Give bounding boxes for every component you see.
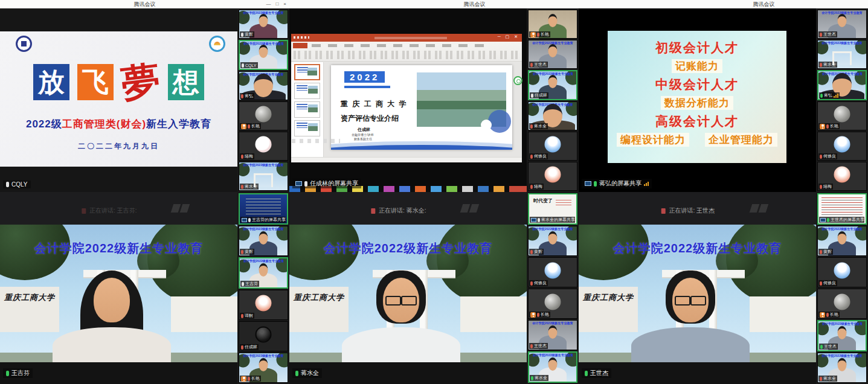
participant-thumbnail[interactable]: 陆梅 — [528, 162, 577, 191]
mic-icon — [820, 185, 822, 189]
participants-sidebar[interactable]: 会计学院2022级新生专业教育 黄辉 会计学院2022级新生专业教育 CQLY … — [237, 8, 289, 192]
participant-name: 黄辉 — [245, 31, 253, 37]
skill-chip: 记账能力 — [672, 59, 722, 73]
participant-name-label: 蒋水全的屏幕共享 — [530, 217, 575, 223]
participant-name: 长艳 — [541, 312, 549, 318]
participant-thumbnail[interactable]: 王世杰的屏幕共享 — [817, 193, 867, 225]
speaker-name: CQLY — [11, 181, 28, 188]
participant-thumbnail[interactable]: 会计学院2022级新生专业教育 蒋弘 — [239, 71, 288, 100]
campus-photo — [417, 72, 506, 127]
participant-thumbnail[interactable]: 何焕良 — [817, 132, 867, 161]
participant-thumbnail[interactable]: 谭舸 — [239, 290, 288, 320]
powerpoint-titlebar: ─ ▢ ✕ — [291, 34, 522, 42]
participant-thumbnail[interactable]: 会计学院2022级新生专业教育 王世杰 — [528, 320, 577, 350]
participants-sidebar[interactable]: 长艳 会计学院2022级新生专业教育 王世杰 会计学院2022级新生专业教育 任… — [527, 8, 579, 192]
powerpoint-ribbon[interactable] — [291, 42, 522, 62]
raise-hand-badge-icon — [241, 124, 246, 129]
participant-thumbnail[interactable]: 长艳 — [239, 101, 288, 130]
participant-thumbnail[interactable]: 会计学院2022级新生专业教育 黄辉 — [817, 226, 867, 256]
participant-thumbnail[interactable]: 陆梅 — [817, 162, 867, 191]
participant-thumbnail[interactable]: 会计学院2022级新生专业教育 CQLY — [239, 40, 288, 70]
participant-name: CQLY — [245, 63, 257, 68]
windows-taskbar-icons[interactable] — [292, 139, 340, 143]
close-button[interactable]: × — [283, 1, 286, 7]
floating-widget-icon[interactable] — [513, 76, 522, 85]
participant-thumbnail[interactable]: 会计学院2022级新生专业教育 黄辉 — [239, 226, 288, 256]
participant-thumbnail[interactable]: 王吉芬的屏幕共享 — [239, 193, 288, 225]
participant-thumbnail[interactable]: 会计学院2022级新生专业教育 王吉芬 — [239, 257, 288, 289]
bottom-strip: 王世杰 — [579, 362, 816, 384]
slide-thumb[interactable] — [294, 120, 320, 136]
participant-thumbnail[interactable]: 时代变了 蒋水全的屏幕共享 — [528, 193, 577, 225]
participant-name-label: 陆梅 — [240, 153, 254, 159]
participant-thumbnail[interactable]: 长艳 — [817, 101, 867, 130]
meeting-screenshot-grid: 腾讯会议 — □ × 放飞夢想 2022级工商管理类(财会)新生入学教育 二〇二… — [0, 0, 868, 384]
slide-thumb[interactable] — [294, 101, 320, 118]
mic-icon — [530, 155, 533, 159]
meeting-window-4: 正在讲话: 王吉芬: 重庆工商大学 会计学院2022级新生专业教育 — [0, 192, 289, 384]
participant-thumbnail[interactable]: 会计学院2022级新生专业教育 任成林 — [528, 70, 577, 100]
participant-name: 蒋水全 — [823, 62, 836, 68]
participant-name-label: 何焕良 — [529, 280, 548, 286]
signal-icon — [834, 94, 838, 98]
event-banner-title: 会计学院2022级新生专业教育 — [0, 240, 237, 257]
slide-thumb[interactable] — [294, 64, 320, 80]
participant-thumbnail[interactable]: 会计学院2022级新生专业教育 王世杰 — [817, 320, 867, 351]
participant-thumbnail[interactable]: 长艳 — [528, 10, 577, 39]
bottom-strip: 蒋水全 — [289, 362, 527, 384]
participant-thumbnail[interactable]: 长艳 — [528, 289, 577, 319]
thumbnail-banner-text: 会计学院2022级新生专业教育 — [243, 259, 283, 263]
participant-thumbnail[interactable]: 会计学院2022级新生专业教育 蒋水全 — [817, 40, 867, 69]
participant-name: 蒋水全 — [534, 123, 547, 129]
screen-share-icon — [820, 218, 826, 222]
participant-thumbnail[interactable]: 会计学院2022级新生专业教育 蒋水全 — [817, 353, 867, 383]
speaker-icon — [661, 208, 665, 214]
participants-sidebar[interactable]: 会计学院2022级新生专业教育 王世杰 会计学院2022级新生专业教育 蒋水全 … — [816, 8, 868, 192]
skill-chip: 编程设计能力 — [617, 133, 689, 147]
mic-icon — [530, 344, 533, 348]
participant-name-label: 长艳 — [529, 312, 550, 318]
shared-screen-stage: ─ ▢ ✕ 2022 — [289, 8, 527, 192]
participant-thumbnail[interactable]: 会计学院2022级新生专业教育 长艳 — [239, 353, 288, 383]
participant-name-label: 任成林 — [240, 344, 259, 350]
participant-thumbnail[interactable]: 会计学院2022级新生专业教育 蒋水全 — [528, 351, 577, 383]
speaker-video-stage: 正在讲话: 王吉芬: 重庆工商大学 会计学院2022级新生专业教育 — [0, 192, 237, 384]
participant-thumbnail[interactable]: 会计学院2022级新生专业教育 黄辉 — [239, 10, 288, 39]
participant-thumbnail[interactable]: 任成林 — [239, 321, 288, 351]
participant-thumbnail[interactable]: 会计学院2022级新生专业教育 王世杰 — [528, 40, 577, 69]
participant-thumbnail[interactable]: 会计学院2022级新生专业教育 蒋水全 — [239, 162, 288, 191]
participant-name-label: 谭舸 — [240, 313, 254, 319]
participant-thumbnail[interactable]: 会计学院2022级新生专业教育 蒋水全 — [528, 101, 577, 130]
meeting-window-1: 腾讯会议 — □ × 放飞夢想 2022级工商管理类(财会)新生入学教育 二〇二… — [0, 0, 289, 192]
thumbnail-banner-text: 会计学院2022级新生专业教育 — [533, 353, 573, 357]
shared-slide-stage: 放飞夢想 2022级工商管理类(财会)新生入学教育 二〇二二年九月九日 CQLY — [0, 8, 237, 192]
participant-thumbnail[interactable]: 长艳 — [817, 289, 867, 319]
slide-thumb[interactable] — [294, 83, 320, 99]
slide-big-char: 想 — [168, 64, 204, 100]
participant-name-label: 蒋弘 — [819, 92, 840, 98]
mic-icon — [530, 124, 533, 129]
participant-thumbnail[interactable]: 会计学院2022级新生专业教育 黄辉 — [528, 226, 577, 256]
minimize-button[interactable]: — — [266, 1, 271, 7]
participant-name: 长艳 — [251, 123, 260, 129]
participant-name: 王吉芬的屏幕共享 — [252, 217, 286, 223]
participant-thumbnail[interactable]: 陆梅 — [239, 132, 288, 161]
participants-sidebar[interactable]: 时代变了 蒋水全的屏幕共享 会计学院2022级新生专业教育 黄辉 — [527, 192, 579, 384]
participants-sidebar[interactable]: 王世杰的屏幕共享 会计学院2022级新生专业教育 黄辉 何焕良 — [816, 192, 868, 384]
participant-name: 何焕良 — [823, 153, 836, 159]
slide-big-char: 飞 — [77, 64, 114, 100]
avatar — [834, 106, 850, 123]
powerpoint-window-controls: ─ ▢ ✕ — [498, 34, 519, 39]
participant-thumbnail[interactable]: 何焕良 — [528, 132, 577, 161]
participant-name-label: 长艳 — [240, 376, 261, 382]
screen-share-icon — [242, 218, 247, 222]
participant-thumbnail[interactable]: 何焕良 — [528, 257, 577, 287]
participants-sidebar[interactable]: 王吉芬的屏幕共享 会计学院2022级新生专业教育 黄辉 会计学院2022级新生专… — [237, 192, 289, 384]
maximize-button[interactable]: □ — [275, 1, 278, 7]
glasses — [384, 296, 418, 304]
mic-icon — [820, 155, 822, 159]
participant-thumbnail[interactable]: 会计学院2022级新生专业教育 王世杰 — [817, 10, 867, 39]
participant-thumbnail[interactable]: 何焕良 — [817, 257, 867, 287]
participant-thumbnail[interactable]: 会计学院2022级新生专业教育 蒋弘 — [817, 70, 867, 100]
speaker-video-stage: 正在讲话: 王世杰 重庆工商大学 会计学院2022级新生专业教育 — [579, 192, 816, 384]
